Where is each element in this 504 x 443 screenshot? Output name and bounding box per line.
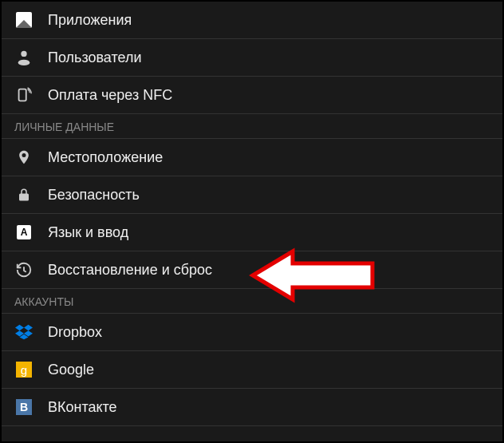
settings-item-label: Dropbox (48, 324, 102, 341)
vk-icon: B (14, 398, 33, 417)
settings-item-apps[interactable]: Приложения (2, 2, 502, 39)
svg-point-1 (18, 60, 30, 65)
settings-item-label: Язык и ввод (48, 224, 128, 241)
lock-icon (14, 185, 33, 204)
svg-rect-2 (19, 89, 26, 101)
settings-item-language[interactable]: A Язык и ввод (2, 214, 502, 251)
dropbox-icon (14, 322, 33, 342)
settings-item-security[interactable]: Безопасность (2, 176, 502, 214)
apps-icon (14, 10, 33, 30)
settings-item-label: Безопасность (48, 187, 140, 204)
settings-item-nfc[interactable]: Оплата через NFC (2, 77, 502, 114)
language-icon: A (14, 223, 33, 242)
users-icon (14, 48, 33, 67)
svg-point-0 (21, 51, 26, 57)
settings-item-location[interactable]: Местоположение (2, 139, 502, 176)
settings-item-label: Восстановление и сброс (48, 262, 212, 279)
settings-item-vkontakte[interactable]: B ВКонтакте (2, 389, 502, 426)
settings-item-backup-reset[interactable]: Восстановление и сброс (2, 251, 502, 289)
settings-list: Приложения Пользователи Оплата через NFC… (2, 2, 502, 441)
settings-item-label: Google (48, 362, 94, 378)
google-icon: g (14, 360, 33, 379)
settings-item-users[interactable]: Пользователи (2, 39, 502, 77)
nfc-icon (14, 85, 33, 105)
settings-item-dropbox[interactable]: Dropbox (2, 314, 502, 351)
settings-item-google[interactable]: g Google (2, 351, 502, 389)
settings-item-label: Пользователи (48, 49, 141, 66)
section-header-accounts: АККАУНТЫ (2, 289, 502, 314)
settings-item-label: Местоположение (48, 149, 163, 166)
settings-item-label: Оплата через NFC (48, 87, 172, 104)
settings-item-label: Приложения (48, 12, 132, 29)
location-icon (14, 148, 33, 167)
restore-icon (14, 260, 33, 279)
section-header-personal: ЛИЧНЫЕ ДАННЫЕ (2, 114, 502, 139)
settings-item-label: ВКонтакте (48, 399, 117, 416)
